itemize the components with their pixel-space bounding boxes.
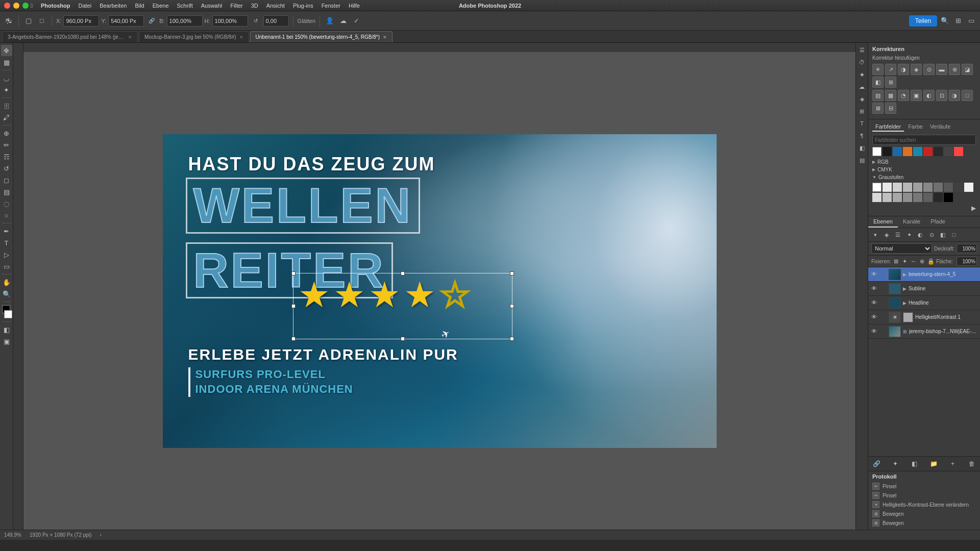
canvas-container[interactable]: HAST DU DAS ZEUG ZUM WELLEN REITER ★ ★ ★… [23, 52, 855, 530]
shape-tool[interactable]: ▭ [1, 261, 12, 272]
add-effect-btn[interactable]: ✦ [890, 459, 900, 469]
korr-colorbal-icon[interactable]: ⊛ [949, 64, 960, 75]
check-icon-btn[interactable]: ✓ [351, 15, 362, 27]
shape-tool-btn[interactable]: ▢ [23, 15, 34, 27]
korr-selective-icon[interactable]: ◔ [898, 90, 909, 101]
adjust3-icon-btn[interactable]: ⊞ [857, 106, 867, 116]
shape2-btn[interactable]: □ [36, 15, 47, 27]
layers-icon-btn[interactable]: ◧ [857, 143, 867, 153]
rgb-group-header[interactable]: ▶ RGB [872, 158, 976, 166]
layer-artboard-filter-btn[interactable]: □ [949, 230, 959, 240]
b-input[interactable] [167, 15, 203, 27]
menu-ansicht[interactable]: Ansicht [266, 3, 285, 9]
lasso-tool[interactable]: ◡ [1, 72, 12, 84]
korr-invert-icon[interactable]: ◪ [962, 64, 973, 75]
channels-icon-btn[interactable]: ▤ [857, 155, 867, 165]
gs-7[interactable] [934, 183, 943, 192]
menu-bild[interactable]: Bild [135, 3, 144, 9]
layer-subline[interactable]: 👁 ▶ Subline [868, 282, 980, 296]
add-mask-btn[interactable]: ◧ [910, 459, 920, 469]
link-wh-btn[interactable]: 🔗 [146, 15, 157, 27]
magic-wand-tool[interactable]: ✦ [1, 84, 12, 95]
swatch-teal[interactable] [913, 147, 922, 156]
layer-type-filter-btn[interactable]: ◈ [881, 230, 892, 240]
layer-effect-filter-btn[interactable]: ✦ [904, 230, 914, 240]
pen-tool[interactable]: ✒ [1, 226, 12, 237]
gs-13[interactable] [893, 193, 902, 202]
korr-curves-icon[interactable]: ↗ [885, 64, 896, 75]
brush-tool[interactable]: ✏ [1, 139, 12, 151]
spot-heal-tool[interactable]: ⊕ [1, 128, 12, 139]
menu-plugins[interactable]: Plug-ins [293, 3, 313, 9]
delete-layer-btn[interactable]: 🗑 [967, 459, 977, 469]
korr-shadow-icon[interactable]: ◑ [949, 90, 960, 101]
korr-vibrance-icon[interactable]: ◈ [911, 64, 922, 75]
gs-11[interactable] [872, 193, 881, 202]
minimize-button[interactable] [13, 3, 19, 9]
history-brush-tool[interactable]: ↺ [1, 163, 12, 174]
layer-jeremy-bishop[interactable]: 👁 ⊞ jeremy-bishop-7...NWjEAE-unsplash [868, 324, 980, 339]
flache-input[interactable] [957, 257, 977, 266]
layer-color-filter-btn[interactable]: ◐ [915, 230, 925, 240]
menu-auswahl[interactable]: Auswahl [201, 3, 223, 9]
swatch-orange[interactable] [903, 147, 912, 156]
gs-8[interactable] [944, 183, 953, 192]
tab-close-btn[interactable]: ✕ [383, 35, 387, 40]
korr-color2-icon[interactable]: ⊡ [936, 90, 947, 101]
layer-headline[interactable]: 👁 ▶ Headline [868, 296, 980, 310]
eyedropper-tool[interactable]: 🖍 [1, 112, 12, 123]
korr-brightness-icon[interactable]: ☀ [872, 64, 884, 75]
korr-extra3-icon[interactable]: ⊟ [885, 103, 896, 114]
proto-item-1[interactable]: ✏ Pinsel [872, 482, 976, 491]
type-tool[interactable]: T [1, 237, 12, 248]
proto-item-3[interactable]: ☀ Helligkeits-/Kontrast-Ebene verändern [872, 500, 976, 509]
gs-16[interactable] [923, 193, 933, 202]
proto-item-4[interactable]: ⊞ Bewegen [872, 509, 976, 518]
layer-selected-filter-btn[interactable]: ◧ [938, 230, 948, 240]
swatch-gray[interactable] [944, 147, 953, 156]
korr-extra1-icon[interactable]: □ [962, 90, 973, 101]
korr-exposure-icon[interactable]: ◑ [898, 64, 909, 75]
hand-tool[interactable]: ✋ [1, 277, 12, 288]
gs-12[interactable] [883, 193, 892, 202]
swatch-red[interactable] [923, 147, 933, 156]
gs-14[interactable] [903, 193, 912, 202]
swatch-white[interactable] [872, 147, 881, 156]
tab-farbe[interactable]: Farbe [905, 122, 926, 132]
tab-pfade[interactable]: Pfade [925, 216, 950, 228]
menu-datei[interactable]: Datei [78, 3, 91, 9]
add-group-btn[interactable]: 📁 [928, 459, 939, 469]
gs-10[interactable] [964, 183, 973, 192]
background-color[interactable] [4, 310, 12, 318]
gs-17[interactable] [934, 193, 943, 202]
layer-smart-filter-btn[interactable]: ⊙ [926, 230, 937, 240]
add-layer-btn[interactable]: + [948, 459, 958, 469]
gs-4[interactable] [903, 183, 912, 192]
canvas-area[interactable]: // rulers drawn inline HAST DU DAS ZEUG … [13, 43, 855, 530]
korr-threshold-icon[interactable]: ◧ [872, 77, 884, 88]
korr-gradient-map-icon[interactable]: ▤ [872, 90, 884, 101]
menu-3d[interactable]: 3D [251, 3, 258, 9]
h-input[interactable] [212, 15, 248, 27]
path-select-tool[interactable]: ▷ [1, 249, 12, 260]
tab-unbenannt[interactable]: Unbenannt-1 bei 150% (bewertung-stern-4_… [250, 31, 393, 42]
layer-name-filter-btn[interactable]: ☰ [893, 230, 903, 240]
fix-position-btn[interactable]: ⊠ [892, 257, 899, 266]
layer-vis-3[interactable]: 👁 [871, 299, 878, 307]
korr-levels-icon[interactable]: ▬ [936, 64, 947, 75]
profile-icon-btn[interactable]: 👤 [324, 15, 335, 27]
move-tool[interactable]: ✥ [1, 45, 12, 56]
swatch-blue[interactable] [893, 147, 902, 156]
mask-mode-btn[interactable]: ◧ [1, 324, 12, 335]
gs-15[interactable] [913, 193, 922, 202]
layout-icon-btn[interactable]: ⊞ [952, 15, 964, 27]
gs-3[interactable] [893, 183, 902, 192]
layer-vis-1[interactable]: 👁 [871, 271, 878, 278]
layer-bewertung-stern[interactable]: 👁 ▶ bewertung-stern-4_5 [868, 267, 980, 282]
menu-bearbeiten[interactable]: Bearbeiten [100, 3, 127, 9]
swatch-bright-red[interactable] [954, 147, 963, 156]
blur-tool[interactable]: ◌ [1, 198, 12, 209]
crop-tool[interactable]: ⍐ [1, 100, 12, 111]
korr-hue-icon[interactable]: ⊙ [923, 64, 935, 75]
dodge-tool[interactable]: ○ [1, 210, 12, 221]
